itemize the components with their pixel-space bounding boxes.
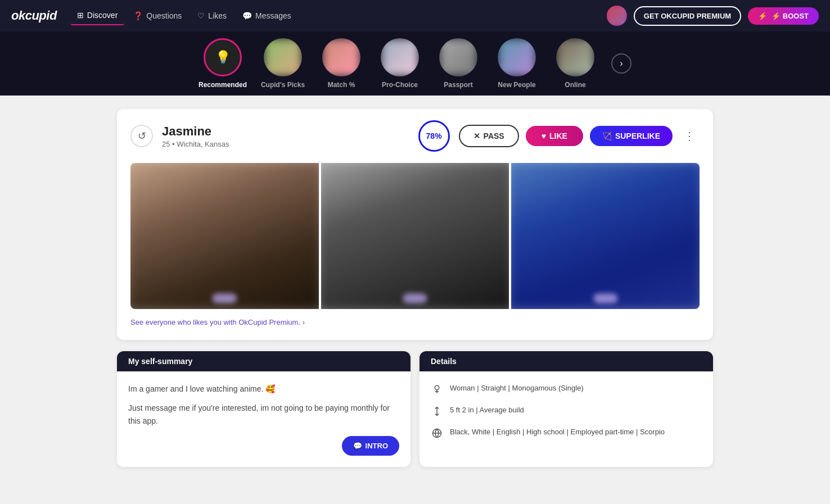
profile-info: Jasmine 25 • Wichita, Kansas	[162, 124, 409, 148]
boost-icon: ⚡	[758, 12, 767, 20]
self-summary-section: My self-summary Im a gamer and I love wa…	[117, 351, 411, 467]
more-options-button[interactable]: ⋮	[679, 127, 700, 145]
detail-row-background: Black, White | English | High school | E…	[431, 426, 702, 439]
online-thumb	[556, 38, 594, 76]
category-recommended[interactable]: 💡 Recommended	[199, 38, 247, 89]
photo-1-tag: ·····	[213, 293, 237, 303]
category-passport[interactable]: Passport	[436, 38, 481, 89]
details-section: Details Woman | Straight | Monogamous (S…	[419, 351, 713, 467]
heart-bulb-icon: 💡	[215, 50, 231, 65]
nav-discover[interactable]: ⊞ Discover	[70, 6, 124, 25]
cupids-picks-thumb	[264, 38, 302, 76]
likes-icon: ♡	[197, 11, 205, 20]
profile-name: Jasmine	[162, 124, 409, 139]
profile-card: ↺ Jasmine 25 • Wichita, Kansas 78% ✕ PAS…	[117, 109, 713, 340]
superlike-icon: 🏹	[602, 131, 612, 140]
premium-promo-link[interactable]: See everyone who likes you with OkCupid …	[130, 318, 305, 326]
profile-location: 25 • Wichita, Kansas	[162, 140, 409, 148]
svg-point-0	[435, 385, 439, 390]
pass-button[interactable]: ✕ PASS	[459, 125, 519, 147]
intro-btn-wrap: 💬 INTRO	[128, 436, 399, 456]
nav-messages[interactable]: 💬 Messages	[236, 7, 298, 25]
recommended-icon-wrap: 💡	[204, 38, 242, 76]
self-summary-header: My self-summary	[117, 351, 411, 371]
nav-likes[interactable]: ♡ Likes	[191, 7, 233, 25]
profile-header: ↺ Jasmine 25 • Wichita, Kansas 78% ✕ PAS…	[130, 120, 700, 152]
questions-icon: ❓	[133, 11, 143, 20]
nav-right: GET OKCUPID PREMIUM ⚡ ⚡ BOOST	[607, 6, 819, 26]
action-buttons: ✕ PASS ♥ LIKE 🏹 SUPERLIKE ⋮	[459, 125, 700, 147]
detail-text-background: Black, White | English | High school | E…	[450, 426, 665, 438]
self-summary-text: Im a gamer and I love watching anime. 🥰 …	[128, 383, 399, 427]
profile-sections: My self-summary Im a gamer and I love wa…	[117, 351, 713, 467]
photo-grid: ····· ····· ·····	[130, 163, 700, 309]
category-new-people[interactable]: New People	[494, 38, 539, 89]
main-content: ↺ Jasmine 25 • Wichita, Kansas 78% ✕ PAS…	[106, 109, 724, 467]
photo-1[interactable]: ·····	[130, 163, 319, 309]
category-pro-choice[interactable]: Pro-Choice	[377, 38, 422, 89]
details-header: Details	[419, 351, 713, 371]
intro-button[interactable]: 💬 INTRO	[342, 436, 399, 456]
undo-button[interactable]: ↺	[130, 125, 153, 147]
premium-promo[interactable]: See everyone who likes you with OkCupid …	[130, 318, 700, 326]
heart-icon: ♥	[542, 131, 546, 140]
pro-choice-thumb	[381, 38, 419, 76]
photo-2-tag: ·····	[403, 293, 427, 303]
detail-row-gender: Woman | Straight | Monogamous (Single)	[431, 383, 702, 396]
detail-text-gender: Woman | Straight | Monogamous (Single)	[450, 383, 584, 394]
message-icon: 💬	[353, 442, 362, 450]
match-percentage: 78%	[418, 120, 450, 152]
app-logo: okcupid	[11, 8, 57, 23]
premium-button[interactable]: GET OKCUPID PREMIUM	[634, 6, 741, 26]
photo-3-tag: ·····	[593, 293, 617, 303]
match-thumb	[322, 38, 360, 76]
category-next-button[interactable]: ›	[611, 53, 631, 74]
nav-questions[interactable]: ❓ Questions	[127, 7, 188, 25]
new-people-thumb	[498, 38, 536, 76]
photo-2[interactable]: ·····	[321, 163, 509, 309]
category-cupids-picks[interactable]: Cupid's Picks	[260, 38, 305, 89]
globe-icon	[431, 427, 443, 439]
category-match[interactable]: Match %	[319, 38, 364, 89]
summary-line-2: Just message me if you're interested, im…	[128, 402, 399, 427]
photo-3[interactable]: ·····	[511, 163, 700, 309]
user-avatar[interactable]	[607, 6, 627, 26]
height-icon	[431, 405, 443, 417]
top-navigation: okcupid ⊞ Discover ❓ Questions ♡ Likes 💬…	[0, 0, 830, 31]
passport-thumb	[439, 38, 477, 76]
superlike-button[interactable]: 🏹 SUPERLIKE	[590, 126, 673, 146]
discover-icon: ⊞	[77, 11, 84, 20]
undo-icon: ↺	[138, 130, 146, 142]
self-summary-body: Im a gamer and I love watching anime. 🥰 …	[117, 371, 411, 467]
like-button[interactable]: ♥ LIKE	[526, 126, 583, 146]
details-list: Woman | Straight | Monogamous (Single) 5…	[431, 383, 702, 439]
category-bar: 💡 Recommended Cupid's Picks Match % Pro-…	[0, 31, 830, 96]
details-body: Woman | Straight | Monogamous (Single) 5…	[419, 371, 713, 451]
detail-row-height: 5 ft 2 in | Average build	[431, 405, 702, 417]
messages-icon: 💬	[242, 11, 252, 20]
gender-icon	[431, 383, 443, 396]
nav-links: ⊞ Discover ❓ Questions ♡ Likes 💬 Message…	[70, 6, 593, 25]
x-icon: ✕	[473, 131, 480, 140]
summary-line-1: Im a gamer and I love watching anime. 🥰	[128, 383, 399, 395]
category-online[interactable]: Online	[553, 38, 598, 89]
detail-text-height: 5 ft 2 in | Average build	[450, 405, 524, 416]
boost-button[interactable]: ⚡ ⚡ BOOST	[748, 7, 819, 25]
